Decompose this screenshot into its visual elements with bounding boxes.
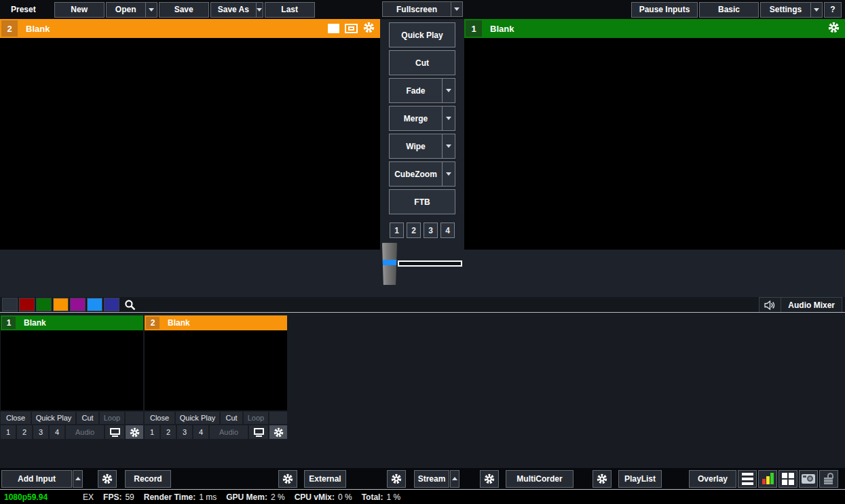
input-1-overlay-3-button[interactable]: 3 — [33, 425, 48, 439]
input-2-overlay-3-button[interactable]: 3 — [177, 425, 192, 439]
cubezoom-button[interactable]: CubeZoom — [389, 161, 455, 187]
category-swatch-green[interactable] — [36, 298, 52, 311]
search-button[interactable] — [121, 298, 138, 311]
last-button[interactable]: Last — [265, 2, 315, 18]
category-swatch-red[interactable] — [19, 298, 35, 311]
save-button[interactable]: Save — [159, 2, 209, 18]
settings-dropdown[interactable] — [810, 3, 822, 17]
open-dropdown[interactable] — [145, 3, 157, 17]
input-1-overlay-1-button[interactable]: 1 — [1, 425, 16, 439]
external-button[interactable]: External — [304, 470, 346, 488]
input-1-settings-button[interactable] — [126, 425, 143, 439]
category-swatch-blue[interactable] — [87, 298, 102, 311]
help-button[interactable]: ? — [824, 2, 842, 18]
snapshot-button[interactable] — [799, 470, 818, 488]
open-button[interactable]: Open — [106, 2, 157, 18]
audio-meters-button[interactable] — [758, 470, 777, 488]
quick-play-button[interactable]: Quick Play — [389, 22, 455, 47]
save-as-dropdown[interactable] — [256, 3, 263, 17]
pause-inputs-button[interactable]: Pause Inputs — [631, 2, 698, 18]
shortcuts-menu-button[interactable] — [738, 470, 757, 488]
fade-button[interactable]: Fade — [389, 78, 455, 103]
category-swatch-navy[interactable] — [104, 298, 119, 311]
fullscreen-dropdown[interactable] — [451, 2, 462, 16]
settings-button[interactable]: Settings — [760, 2, 823, 18]
stream-button[interactable]: Stream — [414, 470, 449, 488]
add-input-button[interactable]: Add Input — [1, 470, 72, 488]
input-1-cut-button[interactable]: Cut — [77, 412, 98, 424]
monitor-icon — [110, 428, 120, 437]
new-button[interactable]: New — [54, 2, 105, 18]
basic-button[interactable]: Basic — [699, 2, 759, 18]
external-settings-button[interactable] — [278, 470, 297, 488]
input-2-audio-button[interactable]: Audio — [210, 425, 248, 439]
save-as-button[interactable]: Save As — [210, 2, 263, 18]
help-button-label: ? — [830, 5, 835, 14]
fullscreen-button[interactable]: Fullscreen — [382, 1, 463, 17]
input-2-overlay-2-button[interactable]: 2 — [161, 425, 176, 439]
input-2-cut-button[interactable]: Cut — [221, 412, 242, 424]
cubezoom-dropdown[interactable] — [442, 162, 455, 186]
color-bars-icon[interactable] — [328, 24, 339, 33]
tbar-handle[interactable] — [381, 243, 398, 285]
input-2-overlay-1-button[interactable]: 1 — [145, 425, 159, 439]
gpu-mem-label: GPU Mem: — [226, 492, 267, 502]
add-input-dropdown[interactable] — [73, 470, 83, 488]
input-1-close-button[interactable]: Close — [1, 412, 31, 424]
record-settings-button[interactable] — [98, 470, 117, 488]
input-2-header[interactable]: 2 Blank — [145, 315, 287, 330]
overlay-button[interactable]: Overlay — [689, 470, 736, 488]
input-2-settings-button[interactable] — [269, 425, 287, 439]
category-swatch-all[interactable] — [2, 298, 18, 311]
multicorder-settings-button[interactable] — [480, 470, 499, 488]
audio-mixer-label: Audio Mixer — [781, 301, 842, 310]
cut-button[interactable]: Cut — [389, 50, 455, 75]
input-2-fullscreen-button[interactable] — [249, 425, 268, 439]
input-1-overlay-4-button[interactable]: 4 — [50, 425, 64, 439]
resolution-status[interactable]: 1080p59.94 — [4, 492, 48, 502]
input-1-loop-button[interactable]: Loop — [100, 412, 124, 424]
tbar-track[interactable] — [398, 260, 462, 267]
gear-icon[interactable] — [828, 22, 840, 35]
audio-mixer-button[interactable]: Audio Mixer — [759, 297, 842, 312]
overlay-3-button[interactable]: 3 — [424, 222, 438, 238]
lock-button[interactable] — [819, 470, 838, 488]
playlist-button[interactable]: PlayList — [618, 470, 662, 488]
input-1-fullscreen-button[interactable] — [105, 425, 124, 439]
chevron-down-icon — [454, 7, 459, 11]
ftb-button[interactable]: FTB — [389, 189, 455, 214]
category-swatch-purple[interactable] — [70, 298, 86, 311]
merge-dropdown[interactable] — [442, 106, 455, 130]
input-2-overlay-4-button[interactable]: 4 — [193, 425, 208, 439]
input-1-audio-button[interactable]: Audio — [66, 425, 104, 439]
gear-icon[interactable] — [363, 22, 375, 35]
overlay-4-button[interactable]: 4 — [440, 222, 455, 238]
input-2-close-button[interactable]: Close — [145, 412, 174, 424]
program-video-area[interactable] — [464, 38, 845, 250]
merge-button[interactable]: Merge — [389, 106, 455, 131]
record-button[interactable]: Record — [125, 470, 171, 488]
category-swatch-orange[interactable] — [53, 298, 69, 311]
multicorder-button[interactable]: MultiCorder — [506, 470, 574, 488]
multiview-button[interactable] — [778, 470, 797, 488]
input-1-overlay-2-button[interactable]: 2 — [17, 425, 32, 439]
wipe-dropdown[interactable] — [442, 134, 455, 158]
input-1-header[interactable]: 1 Blank — [1, 315, 143, 330]
wipe-button[interactable]: Wipe — [389, 134, 455, 159]
input-2-thumbnail[interactable] — [145, 330, 287, 410]
input-1-quick-play-button[interactable]: Quick Play — [32, 412, 75, 424]
input-2-quick-play-button[interactable]: Quick Play — [176, 412, 219, 424]
render-time-label: Render Time: — [144, 492, 195, 502]
overlay-1-button[interactable]: 1 — [390, 222, 404, 238]
wipe-label: Wipe — [390, 142, 442, 151]
stream-dropdown[interactable] — [450, 470, 459, 488]
stream-settings-button[interactable] — [387, 470, 406, 488]
preview-video-area[interactable] — [0, 38, 380, 250]
input-1-thumbnail[interactable] — [1, 330, 143, 410]
fullscreen-monitor-icon[interactable] — [345, 24, 358, 33]
fade-dropdown[interactable] — [442, 79, 455, 102]
input-2-loop-button[interactable]: Loop — [244, 412, 268, 424]
playlist-settings-button[interactable] — [593, 470, 612, 488]
overlay-2-button[interactable]: 2 — [407, 222, 421, 238]
program-header: 1 Blank — [464, 19, 845, 38]
